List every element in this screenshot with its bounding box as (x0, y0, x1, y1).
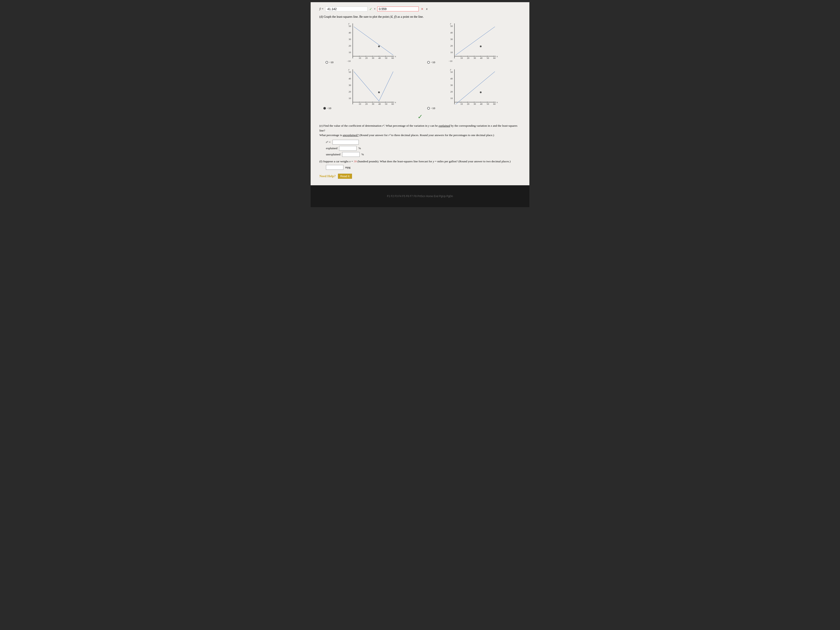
svg-text:60: 60 (392, 103, 394, 105)
explained-row: explained % (326, 146, 521, 151)
x-close-icon[interactable]: ✕ (421, 7, 423, 11)
equation-bar: ŷ = ✓ + ✕ x (319, 6, 521, 11)
coeff-input[interactable] (377, 6, 419, 11)
mpg-input[interactable] (326, 165, 343, 170)
radio-btn-top-right[interactable] (427, 61, 430, 64)
graph-bottom-left-radio[interactable]: −10 (323, 107, 331, 110)
pct1: % (358, 147, 361, 150)
svg-text:60: 60 (392, 57, 394, 59)
svg-text:y: y (348, 22, 350, 25)
svg-text:x: x (395, 55, 396, 57)
yhat-label: ŷ = (319, 7, 324, 11)
svg-text:30: 30 (372, 57, 374, 59)
svg-text:50: 50 (385, 103, 388, 105)
main-content: ŷ = ✓ + ✕ x (d) Graph the least-squares … (311, 2, 529, 185)
svg-text:−10: −10 (448, 60, 453, 62)
svg-line-22 (354, 27, 393, 55)
svg-text:20: 20 (349, 90, 351, 93)
svg-text:50: 50 (349, 71, 351, 73)
svg-text:40: 40 (450, 77, 453, 80)
svg-text:50: 50 (349, 25, 351, 27)
unexplained-label: unexplained (326, 153, 340, 156)
mpg-label: mpg (345, 166, 351, 169)
svg-text:−10: −10 (347, 60, 351, 62)
yhat-input[interactable] (325, 6, 368, 11)
svg-text:50: 50 (450, 25, 453, 27)
svg-text:10: 10 (359, 103, 362, 105)
explained-label: explained (326, 147, 337, 150)
svg-text:40: 40 (379, 57, 381, 59)
svg-text:40: 40 (480, 103, 483, 105)
svg-text:60: 60 (493, 57, 496, 59)
svg-point-47 (480, 46, 482, 47)
svg-text:40: 40 (349, 31, 351, 34)
svg-text:50: 50 (450, 71, 453, 73)
svg-line-91 (456, 71, 495, 104)
graph-bottom-right-radio[interactable]: −10 (427, 107, 435, 110)
svg-text:10: 10 (450, 97, 453, 99)
svg-text:50: 50 (487, 57, 489, 59)
graph-top-left-radio[interactable]: −10 (325, 61, 333, 64)
svg-text:50: 50 (385, 57, 388, 59)
svg-text:20: 20 (467, 103, 470, 105)
svg-point-92 (480, 92, 482, 93)
graph-top-right[interactable]: y 50 40 30 20 10 x 10 20 30 40 50 (421, 21, 521, 65)
graphs-grid: y 50 40 30 20 10 x 10 20 30 40 (319, 21, 521, 111)
check-icon: ✓ (369, 7, 372, 11)
radio-btn-top-left[interactable] (325, 61, 328, 64)
graph-top-left[interactable]: y 50 40 30 20 10 x 10 20 30 40 (319, 21, 419, 65)
unexplained-row: unexplained % (326, 152, 521, 157)
svg-point-23 (378, 46, 380, 47)
plus-sign: + (374, 7, 376, 11)
svg-text:20: 20 (349, 44, 351, 47)
svg-text:y: y (450, 22, 451, 25)
read-it-button[interactable]: Read It (338, 174, 352, 179)
svg-text:30: 30 (474, 103, 476, 105)
x-label: x (426, 7, 428, 11)
section-f: (f) Suppose a car weighs x = 39 (hundred… (319, 159, 521, 164)
graph-top-right-radio[interactable]: −10 (427, 61, 435, 64)
svg-text:30: 30 (474, 57, 476, 59)
checkmark-area: ✓ (319, 113, 521, 120)
r2-input[interactable] (333, 140, 359, 145)
need-help-row: Need Help? Read It (319, 174, 521, 179)
graph-bottom-right[interactable]: y 50 40 30 20 10 x 10 20 30 40 50 (421, 67, 521, 111)
r2-input-row: r² = (326, 140, 521, 145)
svg-text:10: 10 (359, 57, 362, 59)
radio-btn-bottom-left[interactable] (323, 107, 326, 110)
svg-text:20: 20 (365, 57, 368, 59)
svg-text:40: 40 (480, 57, 483, 59)
graph-bottom-left[interactable]: y 50 40 30 20 10 x 10 20 30 40 50 (319, 67, 419, 111)
svg-text:10: 10 (349, 51, 351, 54)
svg-text:x: x (497, 101, 498, 103)
svg-text:20: 20 (450, 90, 453, 93)
svg-text:50: 50 (487, 103, 489, 105)
unexplained-input[interactable] (342, 152, 360, 157)
svg-text:y: y (450, 68, 451, 71)
mpg-row: mpg (326, 165, 521, 170)
svg-text:30: 30 (349, 38, 351, 41)
green-check-icon: ✓ (418, 113, 423, 120)
svg-text:10: 10 (450, 51, 453, 54)
keyboard-hint: F1 F2 F3 F4 F5 F6 F7 F8 PrtScn Home End … (387, 195, 453, 198)
svg-text:30: 30 (349, 84, 351, 87)
r2-field-label: r² = (326, 141, 331, 144)
need-help-label: Need Help? (319, 174, 336, 178)
svg-text:30: 30 (450, 38, 453, 41)
svg-line-46 (456, 27, 495, 55)
radio-btn-bottom-right[interactable] (427, 107, 430, 110)
svg-text:20: 20 (365, 103, 368, 105)
svg-text:10: 10 (461, 57, 463, 59)
svg-text:x: x (395, 101, 396, 103)
svg-text:30: 30 (372, 103, 374, 105)
svg-text:40: 40 (379, 103, 381, 105)
svg-text:10: 10 (461, 103, 463, 105)
svg-text:20: 20 (450, 44, 453, 47)
svg-text:y: y (348, 68, 350, 71)
pct2: % (362, 153, 364, 156)
svg-text:40: 40 (450, 31, 453, 34)
svg-text:10: 10 (349, 97, 351, 99)
explained-input[interactable] (339, 146, 357, 151)
svg-point-69 (378, 92, 380, 93)
svg-text:x: x (497, 55, 498, 57)
